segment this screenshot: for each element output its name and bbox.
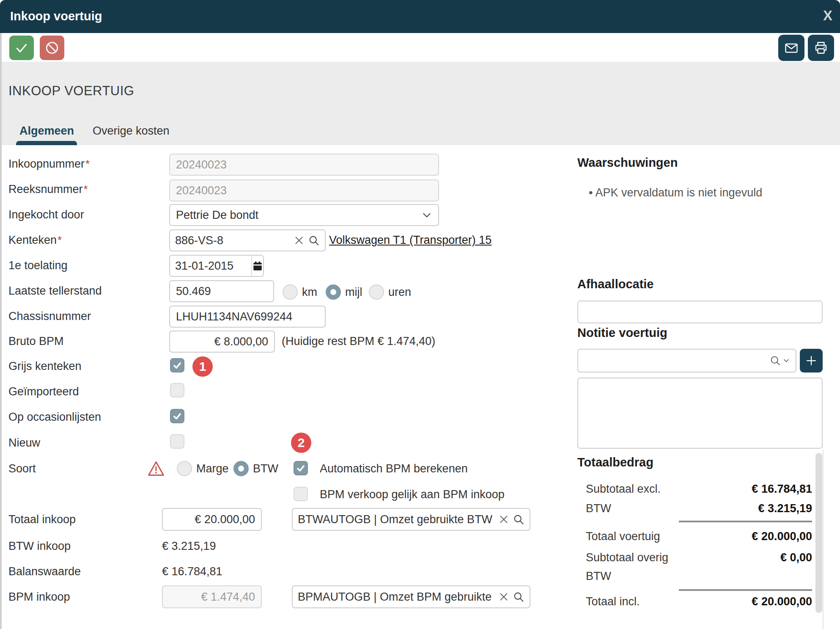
toelating-field (169, 255, 264, 277)
totals-divider (679, 589, 812, 591)
vehicle-link[interactable]: Volkswagen T1 (Transporter) 15 (329, 234, 491, 247)
soort-radio-marge[interactable] (177, 461, 192, 476)
total-row-label: Subtotaal overig (586, 551, 668, 564)
unit-label-km: km (302, 286, 317, 299)
notitie-heading: Notitie voertuig (577, 326, 667, 340)
bpm-inkoop-input[interactable] (162, 585, 262, 608)
cancel-button[interactable] (40, 36, 64, 60)
required-asterisk: * (84, 183, 88, 196)
grijs-kenteken-label: Grijs kenteken (8, 360, 82, 373)
chevron-down-icon (421, 210, 432, 221)
warning-icon (147, 460, 165, 477)
total-row-label: Totaal voertuig (586, 530, 660, 543)
tab-overige-kosten[interactable]: Overige kosten (93, 124, 170, 138)
save-button[interactable] (9, 36, 34, 60)
bullet: • (589, 186, 593, 199)
dialog-left-edge (0, 33, 2, 629)
nieuw-checkbox[interactable] (170, 434, 184, 449)
bruto-bpm-input[interactable] (169, 331, 275, 353)
total-row-value: € 16.784,81 (752, 483, 812, 496)
total-row-value: € 20.000,00 (752, 595, 812, 608)
auto-bpm-checkbox[interactable] (294, 461, 308, 475)
step-badge-2: 2 (291, 433, 311, 453)
btw-inkoop-value: € 3.215,19 (162, 540, 216, 553)
totaal-inkoop-input[interactable] (162, 508, 262, 531)
total-row-label: Totaal incl. (586, 595, 640, 608)
bpm-verkoop-gelijk-checkbox[interactable] (294, 487, 308, 501)
geimporteerd-label: Geïmporteerd (8, 385, 79, 398)
auto-bpm-label: Automatisch BPM berekenen (320, 462, 468, 475)
unit-radio-mijl[interactable] (326, 284, 341, 300)
scrollbar-thumb[interactable] (815, 453, 822, 613)
total-row-label: Subtotaal excl. (586, 483, 661, 496)
toelating-label: 1e toelating (8, 259, 68, 272)
total-row-value: € 3.215,19 (758, 502, 812, 515)
kenteken-field[interactable]: 886-VS-8 (169, 229, 326, 251)
notitie-textarea[interactable] (577, 378, 823, 449)
bpm-ledger-field[interactable]: BPMAUTOGB | Omzet BPM gebruikte (292, 585, 530, 608)
chassisnummer-label: Chassisnummer (8, 310, 91, 323)
grijs-kenteken-checkbox[interactable] (170, 358, 184, 372)
search-icon[interactable] (513, 513, 524, 525)
geimporteerd-checkbox[interactable] (170, 383, 184, 397)
check-icon (296, 463, 306, 473)
soort-radio-btw[interactable] (233, 461, 249, 476)
add-note-button[interactable] (800, 349, 823, 372)
close-button[interactable]: X (823, 8, 832, 24)
reeksnummer-label: Reeksnummer* (8, 183, 88, 196)
warning-item: • APK vervaldatum is niet ingevuld (589, 186, 762, 199)
search-icon[interactable] (769, 355, 781, 367)
afhaallocatie-heading: Afhaallocatie (577, 277, 654, 291)
search-icon[interactable] (308, 234, 320, 246)
totaalbedrag-heading: Totaalbedrag (577, 455, 653, 469)
kenteken-label: Kenteken* (8, 234, 62, 247)
chevron-down-icon[interactable] (782, 356, 791, 365)
tab-algemeen[interactable]: Algemeen (19, 124, 74, 138)
reeksnummer-input[interactable] (169, 179, 439, 201)
total-row-label: BTW (586, 502, 611, 515)
rest-bpm-note: (Huidige rest BPM € 1.474,40) (282, 335, 435, 348)
bpm-ledger-value: BPMAUTOGB | Omzet BPM gebruikte (298, 590, 495, 604)
required-asterisk: * (58, 234, 62, 246)
clear-icon[interactable] (498, 591, 509, 602)
kenteken-value: 886-VS-8 (175, 234, 290, 247)
calendar-button[interactable] (251, 256, 263, 276)
unit-radio-km[interactable] (283, 284, 298, 300)
totaal-inkoop-label: Totaal inkoop (8, 513, 76, 526)
clear-icon[interactable] (498, 514, 509, 525)
unit-label-uren: uren (388, 286, 411, 299)
email-button[interactable] (778, 35, 804, 61)
envelope-icon (784, 40, 799, 55)
notitie-select-field[interactable] (577, 349, 796, 372)
check-icon (172, 411, 182, 421)
window-title: Inkoop voertuig (10, 9, 102, 23)
clear-icon[interactable] (294, 235, 305, 246)
bpm-verkoop-gelijk-label: BPM verkoop gelijk aan BPM inkoop (320, 488, 505, 501)
search-icon[interactable] (513, 591, 524, 603)
ingekocht-door-value: Pettrie De bondt (176, 209, 421, 222)
ingekocht-door-select[interactable]: Pettrie De bondt (169, 204, 439, 226)
titlebar: Inkoop voertuig X (0, 0, 840, 33)
btw-inkoop-label: BTW inkoop (8, 540, 71, 553)
toelating-input[interactable] (170, 256, 251, 276)
unit-radio-uren[interactable] (369, 284, 384, 300)
inkoopnummer-input[interactable] (169, 154, 439, 176)
balanswaarde-label: Balanswaarde (8, 565, 81, 578)
active-tab-indicator (16, 141, 77, 145)
soort-label-btw: BTW (253, 462, 278, 475)
balanswaarde-value: € 16.784,81 (162, 565, 222, 578)
total-row-value: € 0,00 (780, 551, 812, 564)
unit-label-mijl: mijl (345, 286, 362, 299)
tellerstand-input[interactable] (169, 280, 274, 302)
btw-ledger-value: BTWAUTOGB | Omzet gebruikte BTW (298, 513, 495, 526)
afhaallocatie-input[interactable] (577, 301, 823, 323)
btw-ledger-field[interactable]: BTWAUTOGB | Omzet gebruikte BTW (292, 508, 530, 531)
print-button[interactable] (808, 35, 834, 61)
toolbar (0, 33, 840, 62)
chassisnummer-input[interactable] (169, 306, 326, 328)
required-asterisk: * (85, 157, 90, 170)
op-occasionlijsten-checkbox[interactable] (170, 409, 184, 423)
total-row-value: € 20.000,00 (752, 530, 812, 543)
totals-divider (679, 521, 812, 522)
calendar-icon (252, 260, 263, 271)
